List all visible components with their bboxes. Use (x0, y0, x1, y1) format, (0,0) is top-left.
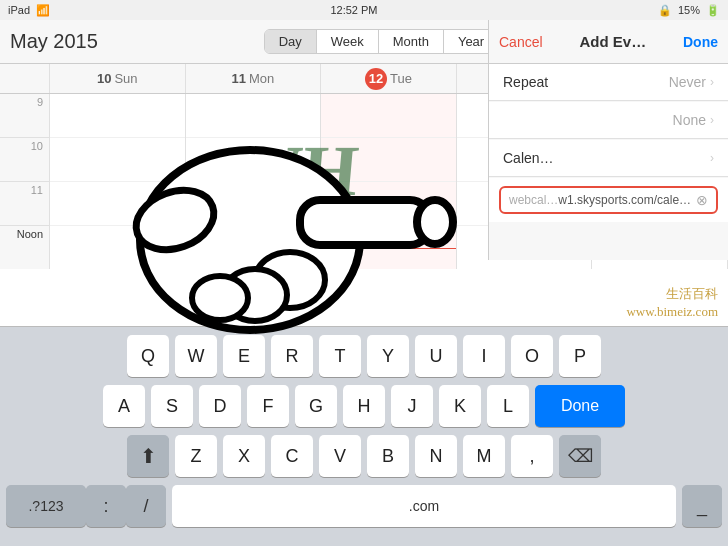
key-e[interactable]: E (223, 335, 265, 377)
slash-key[interactable]: / (126, 485, 166, 527)
url-clear-button[interactable]: ⊗ (696, 192, 708, 208)
key-i[interactable]: I (463, 335, 505, 377)
key-z[interactable]: Z (175, 435, 217, 477)
battery-icon: 🔋 (706, 4, 720, 17)
svg-point-5 (192, 276, 248, 320)
shift-key[interactable]: ⬆ (127, 435, 169, 477)
month-title: May 2015 (10, 30, 98, 53)
key-a[interactable]: A (103, 385, 145, 427)
kb-row-2: A S D F G H J K L Done (0, 385, 728, 427)
day-header-mon: 11 Mon (186, 64, 322, 93)
keyboard[interactable]: Q W E R T Y U I O P A S D F G H J K L Do… (0, 326, 728, 546)
key-t[interactable]: T (319, 335, 361, 377)
svg-point-4 (223, 269, 287, 321)
day-header-sun: 10 Sun (50, 64, 186, 93)
url-input-box[interactable]: webcal…w1.skysports.com/calendar ⊗ (499, 186, 718, 214)
key-h[interactable]: H (343, 385, 385, 427)
key-s[interactable]: S (151, 385, 193, 427)
key-u[interactable]: U (415, 335, 457, 377)
key-q[interactable]: Q (127, 335, 169, 377)
kb-row-1: Q W E R T Y U I O P (0, 335, 728, 377)
key-r[interactable]: R (271, 335, 313, 377)
time-column: 9 10 11 Noon (0, 94, 50, 269)
key-k[interactable]: K (439, 385, 481, 427)
key-b[interactable]: B (367, 435, 409, 477)
time-10: 10 (0, 138, 49, 182)
battery-level: 15% (678, 4, 700, 16)
key-o[interactable]: O (511, 335, 553, 377)
time-spacer (0, 64, 50, 93)
clock: 12:52 PM (330, 4, 377, 16)
view-day[interactable]: Day (265, 30, 317, 53)
repeat-arrow: › (710, 75, 714, 89)
time-noon: Noon (0, 226, 49, 269)
wifi-icon: 📶 (36, 4, 50, 17)
view-month[interactable]: Month (379, 30, 444, 53)
key-f[interactable]: F (247, 385, 289, 427)
colon-key[interactable]: : (86, 485, 126, 527)
orientation-icon: 🔒 (658, 4, 672, 17)
key-d[interactable]: D (199, 385, 241, 427)
status-bar: iPad 📶 12:52 PM 🔒 15% 🔋 (0, 0, 728, 20)
key-l[interactable]: L (487, 385, 529, 427)
calendar-arrow: › (710, 151, 714, 165)
key-v[interactable]: V (319, 435, 361, 477)
view-week[interactable]: Week (317, 30, 379, 53)
watermark-line1: 生活百科 (626, 285, 718, 303)
key-w[interactable]: W (175, 335, 217, 377)
symbols-key[interactable]: .?123 (6, 485, 86, 527)
panel-done-button[interactable]: Done (683, 34, 718, 50)
key-x[interactable]: X (223, 435, 265, 477)
event-panel-body: Repeat Never › None › Calen… › webcal…w1… (489, 64, 728, 260)
key-m[interactable]: M (463, 435, 505, 477)
key-j[interactable]: J (391, 385, 433, 427)
none-row[interactable]: None › (489, 102, 728, 139)
time-11: 11 (0, 182, 49, 226)
key-n[interactable]: N (415, 435, 457, 477)
url-input-text: webcal…w1.skysports.com/calendar (509, 193, 692, 207)
col-mon (186, 94, 322, 269)
watermark: 生活百科 www.bimeiz.com (626, 285, 718, 321)
delete-key[interactable]: ⌫ (559, 435, 601, 477)
key-y[interactable]: Y (367, 335, 409, 377)
watermark-line2: www.bimeiz.com (626, 303, 718, 321)
key-c[interactable]: C (271, 435, 313, 477)
repeat-label: Repeat (503, 74, 548, 90)
key-g[interactable]: G (295, 385, 337, 427)
underscore-key[interactable]: _ (682, 485, 722, 527)
key-p[interactable]: P (559, 335, 601, 377)
panel-title: Add Ev… (579, 33, 646, 50)
view-switcher[interactable]: Day Week Month Year (264, 29, 500, 54)
calendar-label: Calen… (503, 150, 554, 166)
day-header-tue: 12 Tue (321, 64, 457, 93)
calendar-row[interactable]: Calen… › (489, 140, 728, 177)
col-sun (50, 94, 186, 269)
cancel-button[interactable]: Cancel (499, 34, 543, 50)
space-key[interactable]: .com (172, 485, 676, 527)
time-9: 9 (0, 94, 49, 138)
url-row[interactable]: webcal…w1.skysports.com/calendar ⊗ (489, 178, 728, 222)
keyboard-rows: Q W E R T Y U I O P A S D F G H J K L Do… (0, 327, 728, 535)
key-comma[interactable]: , (511, 435, 553, 477)
repeat-value: Never (669, 74, 706, 90)
status-right: 🔒 15% 🔋 (658, 4, 720, 17)
status-left: iPad 📶 (8, 4, 50, 17)
repeat-row[interactable]: Repeat Never › (489, 64, 728, 101)
none-value: None (673, 112, 706, 128)
none-arrow: › (710, 113, 714, 127)
col-tue: 12:52 PM (321, 94, 457, 269)
ipad-label: iPad (8, 4, 30, 16)
done-key[interactable]: Done (535, 385, 625, 427)
event-panel: Cancel Add Ev… Done Repeat Never › None … (488, 20, 728, 260)
kb-row-3: ⬆ Z X C V B N M , ⌫ (0, 435, 728, 477)
kb-bottom-row: .?123 : / .com _ (0, 485, 728, 527)
event-panel-header: Cancel Add Ev… Done (489, 20, 728, 64)
